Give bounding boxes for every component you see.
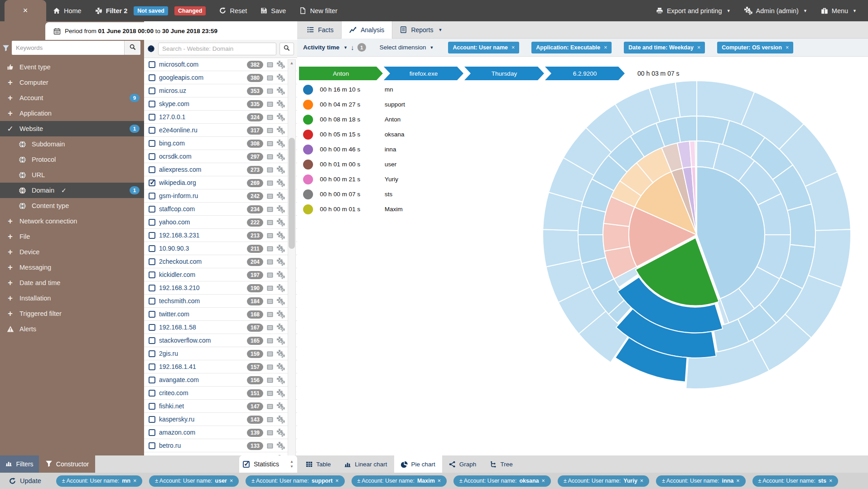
sidebar-item-installation[interactable]: +Installation	[0, 290, 144, 306]
details-icon[interactable]	[266, 416, 274, 423]
account-filter-chip[interactable]: ± Account: User name:Maxim×	[352, 475, 447, 487]
domain-checkbox[interactable]	[149, 245, 155, 252]
details-icon[interactable]	[266, 258, 274, 266]
settings-gears-icon[interactable]	[277, 376, 285, 384]
sunburst-segment[interactable]	[603, 223, 630, 251]
details-icon[interactable]	[266, 127, 274, 134]
sidebar-item-account[interactable]: +Account9	[0, 90, 144, 106]
select-dimension-dropdown[interactable]: Select dimension ▼	[380, 44, 434, 51]
domain-row[interactable]: googleapis.com380	[144, 71, 297, 84]
account-filter-chip[interactable]: ± Account: User name:user×	[149, 475, 239, 487]
toolbar-item-reset[interactable]: Reset	[219, 7, 247, 15]
sidebar-item-messaging[interactable]: +Messaging	[0, 260, 144, 275]
period-bar[interactable]: Period from 01 June 2018 00:00 to 30 Jun…	[45, 22, 297, 40]
domain-checkbox[interactable]	[149, 442, 155, 449]
scroll-up-icon[interactable]: ▲	[290, 460, 294, 464]
domain-checkbox[interactable]	[149, 337, 155, 344]
details-icon[interactable]	[266, 245, 274, 252]
domain-row[interactable]: stackoverflow.com165	[144, 334, 297, 347]
settings-gears-icon[interactable]	[277, 442, 285, 450]
details-icon[interactable]	[266, 179, 274, 187]
domain-row[interactable]: 192.168.3.231213	[144, 229, 297, 242]
domain-row[interactable]: skype.com335	[144, 97, 297, 111]
settings-gears-icon[interactable]	[277, 416, 285, 424]
sidebar-item-domain[interactable]: Domain✓1	[0, 183, 144, 198]
tab-reports[interactable]: Reports▼	[392, 21, 450, 38]
settings-gears-icon[interactable]	[277, 74, 285, 82]
domain-checkbox[interactable]	[149, 271, 155, 278]
settings-gears-icon[interactable]	[277, 232, 285, 240]
sidebar-item-computer[interactable]: +Computer	[0, 75, 144, 90]
sidebar-item-alerts[interactable]: Alerts	[0, 321, 144, 337]
details-icon[interactable]	[266, 114, 274, 121]
details-icon[interactable]	[266, 61, 274, 68]
details-icon[interactable]	[266, 403, 274, 410]
sidebar-item-date-and-time[interactable]: +Date and time	[0, 275, 144, 290]
domain-row[interactable]: 192.168.1.58167	[144, 321, 297, 334]
domain-row[interactable]: betro.ru133	[144, 439, 297, 452]
legend-item[interactable]: 00 h 16 m 10 smn	[303, 82, 405, 97]
settings-gears-icon[interactable]	[277, 140, 285, 148]
measure-dropdown[interactable]: Activity time ▼ ↓ 1	[303, 43, 366, 52]
toolbar-item-save[interactable]: Save	[260, 7, 286, 15]
legend-item[interactable]: 00 h 05 m 15 soksana	[303, 127, 405, 142]
settings-gears-icon[interactable]	[277, 402, 285, 411]
domain-search-input[interactable]	[158, 43, 276, 55]
domain-checkbox[interactable]	[149, 114, 155, 121]
domain-row[interactable]: micros.uz353	[144, 84, 297, 97]
details-icon[interactable]	[266, 429, 274, 436]
domain-checkbox[interactable]	[149, 219, 155, 226]
update-button[interactable]: Update	[9, 477, 41, 484]
legend-item[interactable]: 00 h 00 m 07 ssts	[303, 187, 405, 202]
domain-row[interactable]: staffcop.com234	[144, 203, 297, 216]
domain-checkbox[interactable]	[149, 258, 155, 265]
sidebar-item-event-type[interactable]: Event type	[0, 59, 144, 75]
domain-checkbox[interactable]	[149, 416, 155, 423]
breadcrumb-segment[interactable]: 6.2.9200	[545, 67, 625, 80]
details-icon[interactable]	[266, 87, 274, 95]
domain-row[interactable]: ocrsdk.com297	[144, 150, 297, 163]
domain-row[interactable]: aliexpress.com273	[144, 163, 297, 176]
domain-checkbox[interactable]	[149, 363, 155, 370]
domain-row[interactable]	[144, 452, 297, 455]
settings-gears-icon[interactable]	[277, 218, 285, 227]
remove-icon[interactable]: ×	[133, 478, 136, 484]
domain-checkbox[interactable]	[149, 285, 155, 291]
legend-item[interactable]: 00 h 04 m 27 ssupport	[303, 97, 405, 112]
remove-icon[interactable]: ×	[230, 478, 233, 484]
sidebar-item-website[interactable]: ✓Website1	[0, 121, 144, 136]
toolbar-item-export-and-printing[interactable]: Export and printing▼	[656, 7, 731, 15]
domain-checkbox[interactable]	[149, 206, 155, 213]
remove-icon[interactable]: ×	[640, 478, 643, 484]
statistics-checkbox[interactable]	[243, 461, 250, 468]
domain-row[interactable]: twitter.com168	[144, 308, 297, 321]
tab-tree[interactable]: Tree	[483, 455, 519, 473]
details-icon[interactable]	[266, 101, 274, 108]
tab-linear-chart[interactable]: Linear chart	[338, 455, 394, 473]
sunburst-chart[interactable]	[543, 81, 851, 389]
sidebar-item-triggered-filter[interactable]: +Triggered filter	[0, 306, 144, 321]
settings-gears-icon[interactable]	[277, 87, 285, 95]
breadcrumb-segment[interactable]: Thursday	[464, 67, 544, 80]
domain-row[interactable]: 2checkout.com204	[144, 255, 297, 268]
details-icon[interactable]	[266, 442, 274, 450]
settings-gears-icon[interactable]	[277, 324, 285, 332]
tab-analysis[interactable]: Analysis	[341, 21, 392, 39]
domain-row[interactable]: amazon.com139	[144, 426, 297, 439]
breadcrumb-segment[interactable]: firefox.exe	[384, 67, 463, 80]
toolbar-item-home[interactable]: Home	[53, 7, 82, 15]
settings-gears-icon[interactable]	[277, 205, 285, 213]
domain-checkbox[interactable]	[149, 324, 155, 331]
toolbar-item-admin[interactable]: Admin (admin)▼	[744, 7, 807, 15]
domain-checkbox[interactable]	[149, 127, 155, 134]
remove-icon[interactable]: ×	[542, 478, 545, 484]
settings-gears-icon[interactable]	[277, 258, 285, 266]
toolbar-item-new-filter[interactable]: New filter	[299, 7, 337, 15]
settings-gears-icon[interactable]	[277, 363, 285, 371]
details-icon[interactable]	[266, 166, 274, 174]
details-icon[interactable]	[266, 337, 274, 344]
settings-gears-icon[interactable]	[277, 100, 285, 108]
settings-gears-icon[interactable]	[277, 126, 285, 135]
sidebar-item-url[interactable]: URL	[0, 167, 144, 183]
breadcrumb-segment[interactable]: Anton	[299, 67, 383, 80]
